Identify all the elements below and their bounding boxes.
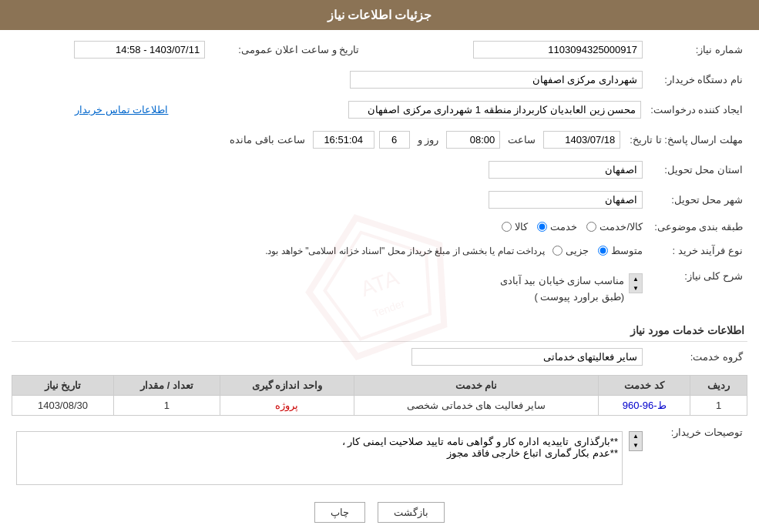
need-number-input[interactable] <box>473 41 643 59</box>
cell-qty: 1 <box>113 395 220 415</box>
notes-scroll-up-btn[interactable]: ▲ <box>630 432 642 441</box>
category-khedmat-radio[interactable] <box>537 222 547 232</box>
category-label: طبقه بندی موضوعی: <box>647 218 747 236</box>
process-mottaset-label: متوسط <box>611 245 643 256</box>
description-text: مناسب سازی خیابان بید آبادی (طبق براورد … <box>16 273 624 306</box>
page-header: جزئیات اطلاعات نیاز <box>0 0 759 30</box>
deadline-time-label: ساعت <box>508 134 536 146</box>
description-line1: مناسب سازی خیابان بید آبادی <box>16 273 624 289</box>
creator-link[interactable]: اطلاعات تماس خریدار <box>75 104 168 115</box>
description-label: شرح کلی نیاز: <box>647 266 747 313</box>
category-kala-radio[interactable] <box>502 222 512 232</box>
description-row: شرح کلی نیاز: ▲ ▼ مناسب سازی خیابان بید … <box>12 266 747 313</box>
notes-area: ▲ ▼ <box>16 431 643 485</box>
process-option-jozi[interactable]: جزیی <box>552 245 589 256</box>
scroll-down-btn[interactable]: ▼ <box>630 283 642 293</box>
col-service-code: کد خدمت <box>599 375 690 395</box>
category-kala-khedmat-label: کالا/خدمت <box>599 221 643 233</box>
cell-row-num: 1 <box>690 395 747 415</box>
scroll-arrows[interactable]: ▲ ▼ <box>629 273 643 293</box>
deadline-remain-input[interactable] <box>313 131 374 149</box>
services-section-title: اطلاعات خدمات مورد نیاز <box>12 320 747 342</box>
cell-unit: پروژه <box>220 395 354 415</box>
service-group-row: گروه خدمت: <box>12 345 747 369</box>
category-khedmat-label: خدمت <box>550 221 577 233</box>
category-kala-label: کالا <box>515 221 528 233</box>
process-radio-group: جزیی متوسط <box>552 245 643 256</box>
notes-scroll-arrows[interactable]: ▲ ▼ <box>629 431 643 451</box>
category-row: طبقه بندی موضوعی: کالا خدمت کالا/خدمت <box>12 218 747 236</box>
description-line2: (طبق براورد پیوست ) <box>16 289 624 306</box>
services-table: ردیف کد خدمت نام خدمت واحد اندازه گیری ت… <box>12 375 747 416</box>
category-radio-group: کالا خدمت کالا/خدمت <box>16 221 643 233</box>
creator-label: ایجاد کننده درخواست: <box>646 98 747 122</box>
notes-row: توصیحات خریدار: ▲ ▼ <box>12 422 747 494</box>
deadline-fields: ساعت روز و ساعت باقی مانده <box>16 131 620 149</box>
col-qty: تعداد / مقدار <box>113 375 220 395</box>
table-row: 1 ط-96-960 سایر فعالیت های خدماتی شخصی پ… <box>12 395 747 415</box>
process-mottaset-radio[interactable] <box>598 246 608 256</box>
deadline-days-input[interactable] <box>379 131 410 149</box>
deadline-date-input[interactable] <box>543 131 620 149</box>
col-unit: واحد اندازه گیری <box>220 375 354 395</box>
col-service-name: نام خدمت <box>354 375 598 395</box>
notes-textarea[interactable] <box>16 431 623 485</box>
content-area: ATA Tender شماره نیاز: تاریخ و ساعت اعلا… <box>0 30 759 532</box>
page-wrapper: جزئیات اطلاعات نیاز ATA Tender شماره نیا… <box>0 0 759 532</box>
process-jozi-radio[interactable] <box>552 246 563 256</box>
province-row: استان محل تحویل: <box>12 158 747 182</box>
scroll-up-btn[interactable]: ▲ <box>630 274 642 283</box>
notes-label: توصیحات خریدار: <box>647 422 747 494</box>
notes-scroll-down-btn[interactable]: ▼ <box>630 441 642 450</box>
requester-org-label: نام دستگاه خریدار: <box>647 68 747 92</box>
creator-row: ایجاد کننده درخواست: اطلاعات تماس خریدار <box>12 98 747 122</box>
city-label: شهر محل تحویل: <box>647 188 747 212</box>
back-button[interactable]: بازگشت <box>378 502 445 523</box>
org-row: نام دستگاه خریدار: <box>12 68 747 92</box>
city-row: شهر محل تحویل: <box>12 188 747 212</box>
announce-input[interactable] <box>74 41 205 59</box>
announce-label: تاریخ و ساعت اعلان عمومی: <box>210 38 364 62</box>
service-group-label: گروه خدمت: <box>647 345 747 369</box>
buttons-row: بازگشت چاپ <box>12 502 747 523</box>
creator-input[interactable] <box>348 101 641 119</box>
need-number-label: شماره نیاز: <box>647 38 747 62</box>
deadline-days-label-text: روز و <box>418 134 439 146</box>
service-group-input[interactable] <box>411 348 643 366</box>
category-option-kala-khedmat[interactable]: کالا/خدمت <box>586 221 643 233</box>
category-option-khedmat[interactable]: خدمت <box>537 221 577 233</box>
process-note: پرداخت تمام یا بخشی از مبلغ خریداز محل "… <box>265 246 545 256</box>
process-row: نوع فرآیند خرید : جزیی متوسط <box>12 242 747 259</box>
deadline-label: مهلت ارسال پاسخ: تا تاریخ: <box>625 128 747 152</box>
city-input[interactable] <box>489 191 643 209</box>
col-date: تاریخ نیاز <box>12 375 114 395</box>
category-kala-khedmat-radio[interactable] <box>586 222 596 232</box>
province-label: استان محل تحویل: <box>647 158 747 182</box>
deadline-time-input[interactable] <box>446 131 500 149</box>
category-option-kala[interactable]: کالا <box>502 221 528 233</box>
process-option-mottaset[interactable]: متوسط <box>598 245 643 256</box>
cell-service-name: سایر فعالیت های خدماتی شخصی <box>354 395 598 415</box>
requester-org-input[interactable] <box>350 71 643 89</box>
description-box: ▲ ▼ مناسب سازی خیابان بید آبادی (طبق برا… <box>16 273 643 306</box>
deadline-row: مهلت ارسال پاسخ: تا تاریخ: ساعت روز و سا… <box>12 128 747 152</box>
cell-date: 1403/08/30 <box>12 395 114 415</box>
need-number-row: شماره نیاز: تاریخ و ساعت اعلان عمومی: <box>12 38 747 62</box>
province-input[interactable] <box>489 161 643 179</box>
cell-service-code: ط-96-960 <box>599 395 690 415</box>
process-area: جزیی متوسط پرداخت تمام یا بخشی از مبلغ خ… <box>16 245 643 256</box>
col-row-num: ردیف <box>690 375 747 395</box>
page-title: جزئیات اطلاعات نیاز <box>327 8 432 22</box>
process-jozi-label: جزیی <box>566 245 589 256</box>
print-button[interactable]: چاپ <box>314 502 365 523</box>
process-label: نوع فرآیند خرید : <box>647 242 747 259</box>
deadline-remain-label: ساعت باقی مانده <box>230 134 304 146</box>
